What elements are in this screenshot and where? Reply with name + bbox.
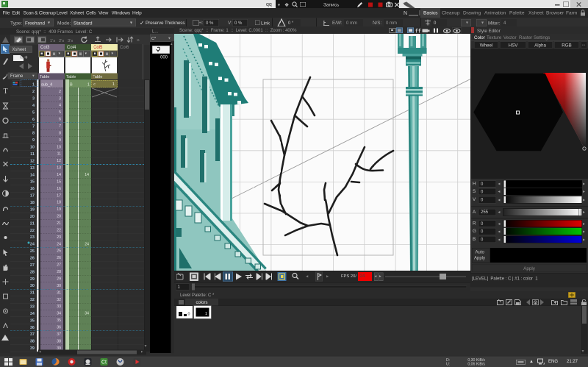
svg-text:Ct: Ct bbox=[101, 360, 107, 365]
svg-text:T: T bbox=[4, 87, 8, 95]
